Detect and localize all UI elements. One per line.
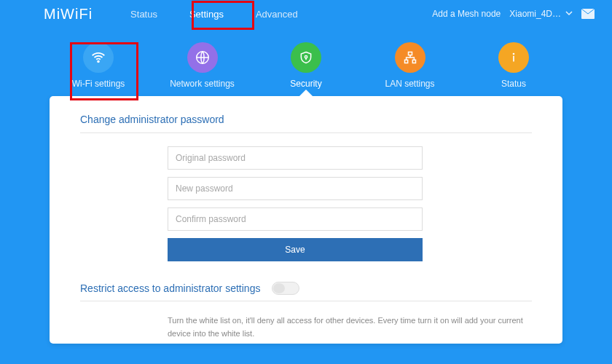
add-mesh-link[interactable]: Add a Mesh node	[432, 9, 501, 19]
restrict-access-toggle[interactable]	[272, 282, 299, 295]
cat-security-label: Security	[290, 79, 321, 89]
original-password-input[interactable]	[168, 146, 423, 170]
device-name: Xiaomi_4D…	[509, 9, 561, 19]
cat-lan-settings[interactable]: LAN settings	[377, 42, 443, 89]
password-form: Save	[168, 146, 423, 261]
divider-2	[80, 301, 532, 301]
top-right: Add a Mesh node Xiaomi_4D…	[432, 9, 595, 19]
password-section-title: Change administrator password	[80, 114, 532, 125]
cat-status[interactable]: Status	[481, 42, 546, 89]
cat-status-label: Status	[501, 79, 526, 89]
topbar: MiWiFi Status Settings Advanced Add a Me…	[0, 0, 612, 28]
svg-rect-8	[513, 56, 514, 62]
restrict-hint: Turn the white list on, it'll deny all a…	[168, 314, 532, 340]
cat-wifi-settings[interactable]: Wi-Fi settings	[66, 42, 131, 89]
svg-point-1	[98, 61, 99, 63]
svg-rect-6	[412, 60, 415, 63]
chevron-down-icon	[565, 9, 573, 19]
cat-wifi-label: Wi-Fi settings	[72, 79, 125, 89]
divider	[80, 132, 532, 133]
cat-network-label: Network settings	[170, 79, 235, 89]
nav-settings[interactable]: Settings	[173, 3, 240, 25]
svg-point-3	[305, 56, 307, 58]
cat-lan-label: LAN settings	[385, 79, 434, 89]
confirm-password-input[interactable]	[168, 207, 423, 231]
cat-security[interactable]: Security	[273, 42, 339, 89]
wifi-icon	[83, 42, 114, 73]
brand-logo: MiWiFi	[44, 6, 93, 23]
info-icon	[498, 42, 529, 73]
nav-tabs: Status Settings Advanced	[114, 3, 314, 25]
svg-point-7	[513, 53, 515, 55]
active-tab-pointer	[299, 90, 313, 97]
new-password-input[interactable]	[168, 177, 423, 200]
restrict-section-title: Restrict access to administrator setting…	[80, 282, 260, 294]
cat-network-settings[interactable]: Network settings	[170, 42, 235, 89]
toggle-knob	[273, 283, 285, 293]
save-button[interactable]: Save	[168, 238, 423, 261]
main-card: Change administrator password Save Restr…	[50, 96, 562, 344]
lan-icon	[395, 42, 425, 73]
nav-advanced[interactable]: Advanced	[240, 3, 314, 25]
globe-icon	[187, 42, 218, 73]
nav-status[interactable]: Status	[114, 3, 173, 25]
shield-icon	[291, 42, 321, 73]
settings-category-bar: Wi-Fi settings Network settings Security…	[0, 28, 612, 96]
svg-rect-4	[408, 52, 412, 55]
device-dropdown[interactable]: Xiaomi_4D…	[509, 9, 573, 19]
mail-icon[interactable]	[581, 9, 595, 19]
svg-rect-5	[404, 60, 407, 63]
